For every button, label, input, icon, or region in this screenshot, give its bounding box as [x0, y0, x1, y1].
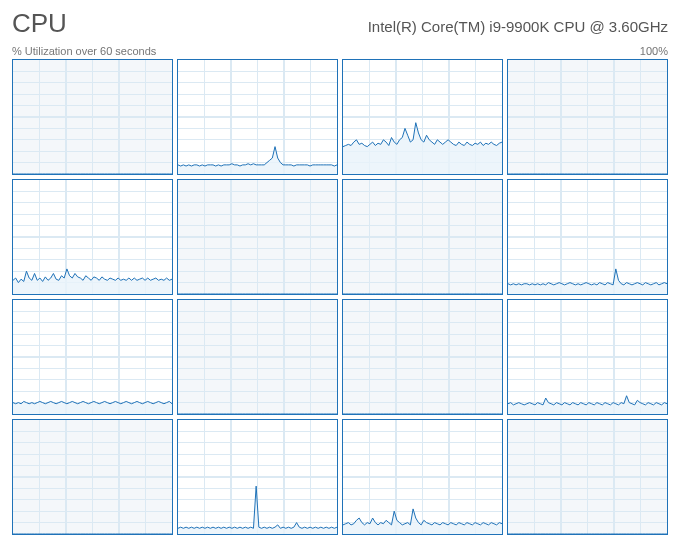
- cpu-core-chart[interactable]: [177, 179, 338, 295]
- cpu-core-chart[interactable]: [12, 419, 173, 535]
- cpu-core-chart[interactable]: [507, 59, 668, 175]
- cpu-core-chart[interactable]: [507, 419, 668, 535]
- header: CPU Intel(R) Core(TM) i9-9900K CPU @ 3.6…: [12, 8, 668, 39]
- page-title: CPU: [12, 8, 67, 39]
- cpu-core-chart[interactable]: [507, 179, 668, 295]
- cpu-core-chart[interactable]: [342, 299, 503, 415]
- cpu-core-chart[interactable]: [12, 179, 173, 295]
- cpu-model-label: Intel(R) Core(TM) i9-9900K CPU @ 3.60GHz: [368, 18, 668, 35]
- cpu-core-chart[interactable]: [342, 59, 503, 175]
- cpu-core-chart[interactable]: [177, 59, 338, 175]
- cpu-core-chart[interactable]: [12, 299, 173, 415]
- cpu-core-chart[interactable]: [177, 299, 338, 415]
- y-axis-max: 100%: [640, 45, 668, 57]
- y-axis-description: % Utilization over 60 seconds: [12, 45, 156, 57]
- cpu-core-chart[interactable]: [12, 59, 173, 175]
- cpu-core-chart[interactable]: [177, 419, 338, 535]
- cpu-core-chart[interactable]: [342, 419, 503, 535]
- cpu-core-chart[interactable]: [507, 299, 668, 415]
- cpu-core-chart[interactable]: [342, 179, 503, 295]
- cpu-core-grid: [12, 59, 668, 535]
- subheader: % Utilization over 60 seconds 100%: [12, 45, 668, 57]
- cpu-performance-panel: CPU Intel(R) Core(TM) i9-9900K CPU @ 3.6…: [0, 0, 680, 545]
